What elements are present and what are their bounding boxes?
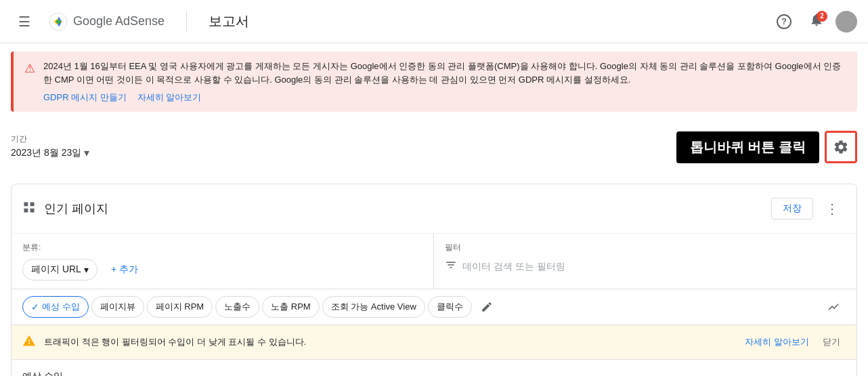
card-actions: 저장 ⋮ — [771, 195, 846, 222]
warning-learn-more-link[interactable]: 자세히 알아보기 — [745, 336, 809, 348]
table-header-row: 예상 수입 — [12, 360, 856, 376]
alert-content: 2024년 1월 16일부터 EEA 및 영국 사용자에게 광고를 게재하는 모… — [43, 60, 846, 104]
learn-more-link[interactable]: 자세히 알아보기 — [137, 91, 202, 104]
alert-icon: ⚠ — [24, 61, 35, 76]
table-first-column-header: 예상 수입 — [22, 371, 63, 376]
alert-banner: ⚠ 2024년 1월 16일부터 EEA 및 영국 사용자에게 광고를 게재하는… — [11, 51, 857, 112]
card-title: 인기 페이지 — [44, 201, 771, 217]
metric-chip-clicks[interactable]: 클릭수 — [428, 296, 472, 318]
period-value-text: 2023년 8월 23일 — [11, 147, 81, 159]
header-divider — [186, 11, 187, 33]
edit-metrics-button[interactable] — [475, 295, 499, 319]
page-title: 보고서 — [209, 12, 249, 30]
logo-area: Google AdSense — [49, 12, 165, 31]
help-icon: ? — [777, 14, 791, 29]
filter-section-label: 필터 — [445, 242, 846, 253]
page-wrapper: ☰ Google AdSense 보고서 ? — [0, 0, 868, 376]
metric-label: 조회 가능 Active View — [331, 301, 416, 313]
filter-icon — [445, 259, 457, 274]
warning-close-button[interactable]: 닫기 — [817, 333, 846, 351]
trend-view-button[interactable] — [821, 295, 846, 319]
dimension-selector[interactable]: 페이지 URL ▾ — [22, 259, 97, 280]
filter-row: 분류: 페이지 URL ▾ + 추가 필터 — [12, 234, 856, 289]
metric-chip-impression-rpm[interactable]: 노출 RPM — [262, 296, 320, 318]
metric-label: 노출 RPM — [271, 301, 311, 313]
top-right-actions: 톱니바퀴 버튼 클릭 — [676, 131, 857, 163]
gear-settings-button[interactable] — [825, 131, 857, 163]
header: ☰ Google AdSense 보고서 ? — [0, 0, 868, 43]
metric-label: 페이지뷰 — [100, 301, 135, 313]
overlay-black-box: 톱니바퀴 버튼 클릭 — [676, 131, 819, 163]
metrics-row: ✓ 예상 수입 페이지뷰 페이지 RPM 노출수 노출 RPM 조회 가능 Ac… — [12, 289, 856, 325]
notification-badge: 2 — [817, 11, 827, 22]
hamburger-menu-button[interactable]: ☰ — [11, 8, 38, 35]
adsense-logo-icon — [49, 12, 68, 31]
notification-button[interactable]: 2 — [803, 8, 830, 35]
metric-chip-active-view[interactable]: 조회 가능 Active View — [322, 296, 425, 318]
filter-controls: 페이지 URL ▾ + 추가 — [22, 259, 422, 280]
dimension-dropdown-icon: ▾ — [84, 264, 89, 275]
alert-text: 2024년 1월 16일부터 EEA 및 영국 사용자에게 광고를 게재하는 모… — [43, 60, 846, 86]
help-button[interactable]: ? — [771, 8, 798, 35]
card-header: 인기 페이지 저장 ⋮ — [12, 184, 856, 234]
main-content: 기간 2023년 8월 23일 ▾ 톱니바퀴 버튼 클릭 — [0, 120, 868, 376]
metric-label: 예상 수입 — [42, 301, 80, 313]
metric-chip-pageviews[interactable]: 페이지뷰 — [91, 296, 144, 318]
avatar[interactable] — [836, 11, 857, 33]
period-label: 기간 — [11, 133, 89, 145]
metric-label: 클릭수 — [437, 301, 463, 313]
metric-label: 페이지 RPM — [156, 301, 204, 313]
save-button[interactable]: 저장 — [771, 198, 813, 220]
metric-chip-page-rpm[interactable]: 페이지 RPM — [147, 296, 213, 318]
metric-chip-estimated-earnings[interactable]: ✓ 예상 수입 — [22, 296, 89, 318]
dimension-value: 페이지 URL — [31, 264, 81, 276]
filter-left: 분류: 페이지 URL ▾ + 추가 — [12, 234, 434, 289]
filter-right: 필터 데이터 검색 또는 필터링 — [434, 234, 856, 289]
gear-icon — [833, 139, 849, 155]
metric-label: 노출수 — [224, 301, 251, 313]
metric-chip-impressions[interactable]: 노출수 — [215, 296, 259, 318]
header-right: ? 2 — [771, 8, 857, 35]
logo-text: Google AdSense — [73, 14, 165, 28]
popular-pages-card: 인기 페이지 저장 ⋮ 분류: 페이지 URL ▾ + 추가 — [11, 184, 857, 376]
gdpr-link[interactable]: GDPR 메시지 만들기 — [43, 91, 127, 104]
more-options-button[interactable]: ⋮ — [819, 195, 846, 222]
add-dimension-button[interactable]: + 추가 — [103, 259, 146, 280]
alert-links: GDPR 메시지 만들기 자세히 알아보기 — [43, 91, 846, 104]
filter-input-area[interactable]: 데이터 검색 또는 필터링 — [445, 259, 846, 274]
period-section: 기간 2023년 8월 23일 ▾ — [11, 125, 89, 167]
grid-icon — [22, 201, 36, 217]
svg-point-1 — [56, 20, 60, 24]
period-dropdown-icon: ▾ — [84, 146, 89, 159]
warning-text: 트래픽이 적은 행이 필터링되어 수입이 더 낮게 표시될 수 있습니다. — [44, 336, 737, 348]
period-selector[interactable]: 2023년 8월 23일 ▾ — [11, 146, 89, 159]
warning-icon — [22, 334, 36, 351]
dimension-section-label: 분류: — [22, 242, 422, 253]
warning-row: 트래픽이 적은 행이 필터링되어 수입이 더 낮게 표시될 수 있습니다. 자세… — [12, 325, 856, 360]
header-left: ☰ Google AdSense 보고서 — [11, 8, 249, 35]
filter-placeholder: 데이터 검색 또는 필터링 — [462, 261, 565, 273]
checkmark-icon: ✓ — [31, 301, 39, 312]
